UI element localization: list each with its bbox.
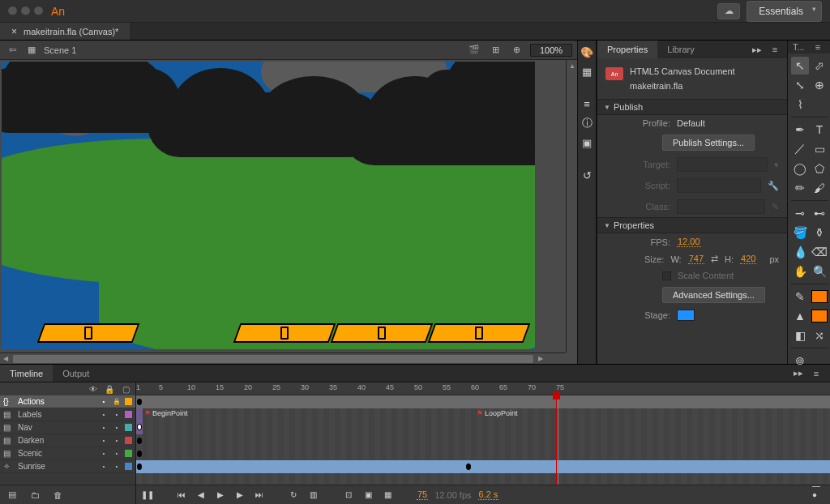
close-tab-icon[interactable]: ×	[11, 26, 17, 37]
advanced-settings-button[interactable]: Advanced Settings...	[662, 287, 765, 303]
bone-tool-icon[interactable]: ⊸	[791, 204, 809, 222]
link-size-icon[interactable]: ⇄	[711, 254, 718, 264]
lock-dot-icon[interactable]: •	[112, 437, 122, 444]
pause-icon[interactable]: ❚❚	[141, 489, 154, 502]
scroll-left-icon[interactable]: ◀	[0, 353, 11, 365]
tab-properties[interactable]: Properties	[597, 41, 657, 58]
stroke-color-icon[interactable]: ✎	[791, 288, 809, 305]
swatches-icon[interactable]: ▦	[580, 65, 593, 78]
edit-multi-icon[interactable]: ▦	[381, 489, 394, 502]
play-icon[interactable]: ▶	[214, 489, 227, 502]
pencil-tool-icon[interactable]: ✏	[791, 179, 809, 197]
scroll-thumb[interactable]	[13, 355, 533, 363]
height-input[interactable]: 420	[740, 254, 756, 264]
outline-color-icon[interactable]	[125, 450, 132, 457]
document-tab[interactable]: × makeitrain.fla (Canvas)*	[0, 23, 130, 40]
scroll-right-icon[interactable]: ▶	[535, 353, 546, 365]
collapse-panels-icon[interactable]: ▸▸	[750, 43, 764, 56]
4up-icon[interactable]: ⊞	[488, 44, 503, 57]
cloud-sync-icon[interactable]: ☁	[717, 3, 740, 19]
layer-row[interactable]: {}Actions•🔒	[0, 395, 135, 408]
tab-timeline[interactable]: Timeline	[0, 365, 53, 382]
fill-swatch[interactable]	[811, 307, 828, 325]
vertical-scrollbar[interactable]: ▲	[566, 60, 577, 352]
zoom-tool-icon[interactable]: 🔍	[811, 263, 828, 280]
layer-name[interactable]: Labels	[18, 410, 96, 419]
outline-color-icon[interactable]	[125, 437, 132, 444]
layer-row[interactable]: ▤Scenic••	[0, 447, 135, 460]
center-stage-icon[interactable]: ⊕	[509, 44, 524, 57]
zoom-input[interactable]: 100%	[530, 44, 572, 57]
tools-tab[interactable]: T...	[793, 42, 805, 52]
text-tool-icon[interactable]: T	[811, 121, 828, 139]
back-scene-icon[interactable]: ⇦	[5, 44, 19, 57]
visibility-dot-icon[interactable]: •	[99, 463, 109, 470]
frame-tracks[interactable]: BeginPoint LoopPoint	[136, 395, 830, 485]
lock-dot-icon[interactable]: •	[112, 450, 122, 457]
align-icon[interactable]: ≡	[580, 97, 593, 110]
horizontal-scrollbar[interactable]: ◀ ▶	[0, 352, 566, 364]
stage-viewport[interactable]	[0, 60, 566, 352]
visibility-dot-icon[interactable]: •	[99, 424, 109, 431]
outline-color-icon[interactable]	[125, 411, 132, 418]
eyedropper-tool-icon[interactable]: 💧	[791, 243, 809, 261]
panel-menu-icon[interactable]: ≡	[809, 367, 824, 380]
fill-color-icon[interactable]: ▲	[791, 307, 809, 325]
layer-row[interactable]: ▤Darken••	[0, 434, 135, 447]
layer-row[interactable]: ▤Labels••	[0, 408, 135, 421]
color-palette-icon[interactable]: 🎨	[580, 45, 593, 58]
timeline-zoom-slider[interactable]: —●—	[812, 489, 825, 502]
oval-tool-icon[interactable]: ◯	[791, 160, 809, 177]
stage-color-swatch[interactable]	[677, 310, 695, 321]
next-frame-icon[interactable]: ▶	[233, 489, 246, 502]
subselection-tool-icon[interactable]: ⬀	[811, 57, 828, 75]
close-window-dot[interactable]	[8, 6, 17, 15]
delete-layer-icon[interactable]: 🗑	[50, 489, 65, 502]
panel-menu-icon[interactable]: ≡	[811, 41, 825, 53]
info-icon[interactable]: ⓘ	[580, 117, 593, 130]
playhead[interactable]	[556, 395, 557, 485]
swap-colors-icon[interactable]: ⤭	[811, 327, 828, 344]
section-publish-header[interactable]: ▼ Publish	[597, 99, 787, 115]
canvas-stage[interactable]	[2, 62, 535, 349]
scene-name[interactable]: Scene 1	[44, 45, 76, 55]
current-frame-display[interactable]: 75	[417, 489, 428, 500]
ink-bottle-tool-icon[interactable]: ⚱	[811, 224, 828, 241]
new-layer-icon[interactable]: ▤	[5, 489, 19, 502]
3d-rotation-tool-icon[interactable]: ⊕	[811, 76, 828, 94]
lock-header-icon[interactable]: 🔒	[105, 385, 114, 394]
frame-ruler[interactable]: 151015202530354045505560657075	[136, 382, 830, 395]
visibility-dot-icon[interactable]: •	[99, 450, 109, 457]
visibility-dot-icon[interactable]: •	[99, 398, 109, 405]
zoom-window-dot[interactable]	[34, 6, 43, 15]
lock-dot-icon[interactable]: •	[112, 411, 122, 418]
visibility-dot-icon[interactable]: •	[99, 411, 109, 418]
history-icon[interactable]: ↺	[580, 169, 593, 182]
panel-menu-icon[interactable]: ≡	[768, 43, 782, 56]
magic-wand-tool-icon[interactable]	[811, 96, 828, 113]
fps-input[interactable]: 12.00	[677, 237, 701, 247]
scroll-up-icon[interactable]: ▲	[567, 60, 578, 71]
lasso-tool-icon[interactable]: ⌇	[791, 96, 809, 113]
layer-row[interactable]: ▤Nav••	[0, 421, 135, 434]
new-folder-icon[interactable]: 🗀	[28, 489, 42, 502]
hand-tool-icon[interactable]: ✋	[791, 263, 809, 280]
lock-dot-icon[interactable]: •	[112, 463, 122, 470]
layer-name[interactable]: Scenic	[18, 449, 96, 458]
outline-header-icon[interactable]: ▢	[121, 385, 130, 394]
layer-name[interactable]: Darken	[18, 436, 96, 445]
layer-row[interactable]: ✧Sunrise••	[0, 460, 135, 473]
brush-tool-icon[interactable]: 🖌	[811, 179, 828, 197]
transform-icon[interactable]: ▣	[580, 136, 593, 149]
lock-dot-icon[interactable]: 🔒	[112, 398, 122, 405]
outline-color-icon[interactable]	[125, 398, 132, 405]
loop-icon[interactable]: ↻	[287, 489, 300, 502]
onion-outlines-icon[interactable]: ▣	[362, 489, 374, 502]
layer-name[interactable]: Sunrise	[18, 462, 96, 471]
outline-color-icon[interactable]	[125, 424, 132, 431]
section-properties-header[interactable]: ▼ Properties	[597, 217, 787, 233]
polystar-tool-icon[interactable]: ⬠	[811, 160, 828, 177]
layer-name[interactable]: Nav	[18, 423, 96, 432]
visibility-header-icon[interactable]: 👁	[88, 385, 98, 394]
minimize-window-dot[interactable]	[21, 6, 30, 15]
